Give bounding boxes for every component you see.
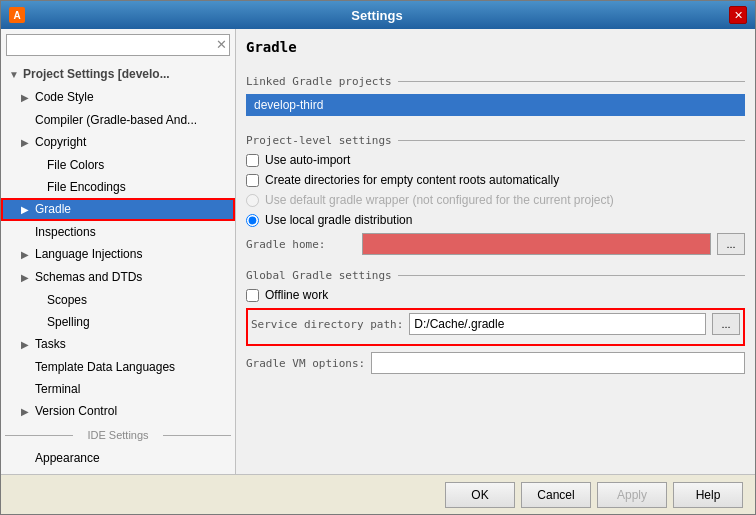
global-section-label: Global Gradle settings bbox=[246, 269, 745, 282]
gradle-home-input[interactable] bbox=[362, 233, 711, 255]
search-box: ✕ bbox=[6, 34, 230, 56]
local-dist-label: Use local gradle distribution bbox=[265, 213, 412, 227]
sidebar-item-code-style[interactable]: ▶Code Style bbox=[1, 86, 235, 109]
sidebar-item-inspections[interactable]: Inspections bbox=[1, 221, 235, 243]
sidebar-item-schemas-dtds[interactable]: ▶Schemas and DTDs bbox=[1, 266, 235, 289]
auto-import-label: Use auto-import bbox=[265, 153, 350, 167]
gradle-vm-input[interactable] bbox=[371, 352, 745, 374]
offline-work-row: Offline work bbox=[246, 288, 745, 302]
search-clear-icon[interactable]: ✕ bbox=[216, 37, 227, 52]
default-wrapper-radio[interactable] bbox=[246, 194, 259, 207]
sidebar-item-appearance[interactable]: Appearance bbox=[1, 447, 235, 469]
bottom-bar: OK Cancel Apply Help bbox=[1, 474, 755, 514]
gradle-home-row: Gradle home: ... bbox=[246, 233, 745, 255]
window-title: Settings bbox=[25, 8, 729, 23]
sidebar-item-version-control[interactable]: ▶Version Control bbox=[1, 400, 235, 423]
gradle-vm-row: Gradle VM options: bbox=[246, 352, 745, 374]
app-icon: A bbox=[9, 7, 25, 23]
local-dist-radio[interactable] bbox=[246, 214, 259, 227]
ok-button[interactable]: OK bbox=[445, 482, 515, 508]
settings-window: A Settings ✕ ✕ ▼Project Settings [develo… bbox=[0, 0, 756, 515]
gradle-home-browse-button[interactable]: ... bbox=[717, 233, 745, 255]
create-dirs-checkbox[interactable] bbox=[246, 174, 259, 187]
panel-title: Gradle bbox=[246, 39, 745, 55]
sidebar-item-language-injections[interactable]: ▶Language Injections bbox=[1, 243, 235, 266]
sidebar-item-file-encodings[interactable]: File Encodings bbox=[1, 176, 235, 198]
gradle-vm-label: Gradle VM options: bbox=[246, 357, 365, 370]
sidebar-item-project-settings[interactable]: ▼Project Settings [develo... bbox=[1, 63, 235, 86]
service-dir-input[interactable] bbox=[409, 313, 706, 335]
linked-section-label: Linked Gradle projects bbox=[246, 75, 745, 88]
sidebar-tree: ▼Project Settings [develo... ▶Code Style… bbox=[1, 61, 235, 474]
default-wrapper-label: Use default gradle wrapper (not configur… bbox=[265, 193, 614, 207]
create-dirs-label: Create directories for empty content roo… bbox=[265, 173, 559, 187]
gradle-home-label: Gradle home: bbox=[246, 238, 356, 251]
offline-work-label: Offline work bbox=[265, 288, 328, 302]
create-dirs-row: Create directories for empty content roo… bbox=[246, 173, 745, 187]
search-input[interactable] bbox=[6, 34, 230, 56]
sidebar-item-scopes[interactable]: Scopes bbox=[1, 289, 235, 311]
apply-button[interactable]: Apply bbox=[597, 482, 667, 508]
sidebar-item-compiler[interactable]: Compiler (Gradle-based And... bbox=[1, 109, 235, 131]
sidebar-item-template-data-languages[interactable]: Template Data Languages bbox=[1, 356, 235, 378]
service-dir-wrapper: Service directory path: ... bbox=[246, 308, 745, 346]
sidebar: ✕ ▼Project Settings [develo... ▶Code Sty… bbox=[1, 29, 236, 474]
sidebar-item-spelling[interactable]: Spelling bbox=[1, 311, 235, 333]
sidebar-item-terminal[interactable]: Terminal bbox=[1, 378, 235, 400]
service-dir-row: Service directory path: ... bbox=[251, 313, 740, 335]
auto-import-checkbox[interactable] bbox=[246, 154, 259, 167]
offline-work-checkbox[interactable] bbox=[246, 289, 259, 302]
main-content: ✕ ▼Project Settings [develo... ▶Code Sty… bbox=[1, 29, 755, 474]
right-panel: Gradle Linked Gradle projects develop-th… bbox=[236, 29, 755, 474]
help-button[interactable]: Help bbox=[673, 482, 743, 508]
local-dist-row: Use local gradle distribution bbox=[246, 213, 745, 227]
sidebar-item-gradle[interactable]: ▶Gradle bbox=[1, 198, 235, 221]
project-level-section-label: Project-level settings bbox=[246, 134, 745, 147]
titlebar: A Settings ✕ bbox=[1, 1, 755, 29]
sidebar-item-file-colors[interactable]: File Colors bbox=[1, 154, 235, 176]
close-button[interactable]: ✕ bbox=[729, 6, 747, 24]
linked-project[interactable]: develop-third bbox=[246, 94, 745, 116]
service-dir-browse-button[interactable]: ... bbox=[712, 313, 740, 335]
cancel-button[interactable]: Cancel bbox=[521, 482, 591, 508]
sidebar-item-tasks[interactable]: ▶Tasks bbox=[1, 333, 235, 356]
ide-settings-divider: IDE Settings bbox=[5, 425, 231, 445]
sidebar-item-copyright[interactable]: ▶Copyright bbox=[1, 131, 235, 154]
default-wrapper-row: Use default gradle wrapper (not configur… bbox=[246, 193, 745, 207]
auto-import-row: Use auto-import bbox=[246, 153, 745, 167]
service-dir-label: Service directory path: bbox=[251, 318, 403, 331]
